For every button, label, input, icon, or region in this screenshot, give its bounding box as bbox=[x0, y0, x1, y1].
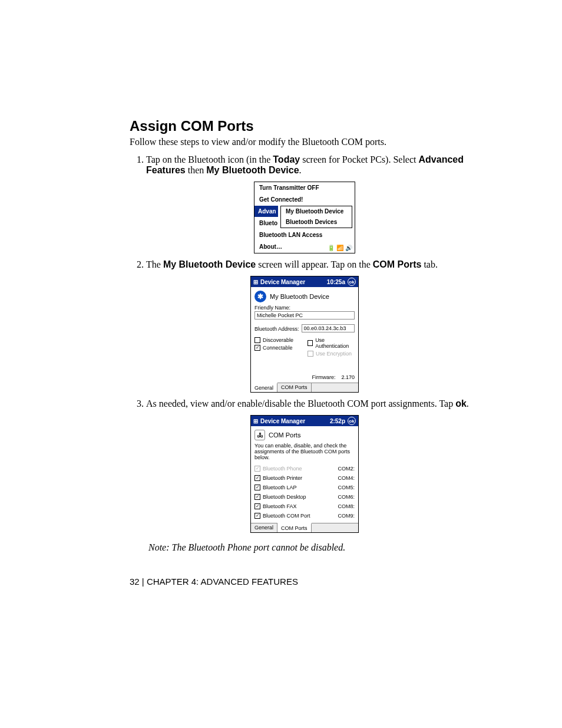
useenc-label: Use Encryption bbox=[316, 351, 352, 357]
titlebar: ⊞ Device Manager 10:25a ok bbox=[251, 276, 358, 287]
screen-title: COM Ports bbox=[269, 431, 300, 439]
titlebar: ⊞ Device Manager 2:52p ok bbox=[251, 416, 358, 426]
com-port-name: Bluetooth COM Port bbox=[263, 513, 310, 519]
com-port-name: Bluetooth Desktop bbox=[263, 494, 306, 500]
com-port-name: Bluetooth FAX bbox=[263, 503, 297, 509]
step1-post: . bbox=[299, 165, 302, 175]
discoverable-label: Discoverable bbox=[263, 337, 293, 343]
intro-text: Follow these steps to view and/or modify… bbox=[130, 137, 480, 147]
step3-pre: As needed, view and/or enable/disable th… bbox=[146, 398, 455, 409]
com-port-row: Bluetooth PrinterCOM4: bbox=[254, 473, 355, 483]
ok-button[interactable]: ok bbox=[348, 417, 356, 425]
com-port-checkbox[interactable] bbox=[254, 485, 260, 490]
step-3: As needed, view and/or enable/disable th… bbox=[146, 398, 480, 409]
com-port-checkbox[interactable] bbox=[254, 475, 260, 481]
bluetooth-icon: ✱ bbox=[254, 291, 266, 302]
com-port-number: COM6: bbox=[338, 494, 355, 500]
firmware-value: 2.170 bbox=[341, 374, 355, 380]
step3-post: . bbox=[467, 398, 469, 409]
step2-post: tab. bbox=[421, 259, 438, 269]
tab-general[interactable]: General bbox=[251, 383, 277, 392]
step1-b3: My Bluetooth Device bbox=[206, 165, 299, 175]
menu-bt-lan[interactable]: Bluetooth LAN Access bbox=[254, 229, 355, 241]
com-port-row: Bluetooth DesktopCOM6: bbox=[254, 492, 355, 502]
com-port-number: COM8: bbox=[338, 503, 355, 509]
submenu-my-bt-device[interactable]: My Bluetooth Device bbox=[281, 206, 352, 217]
com-port-row: Bluetooth FAXCOM8: bbox=[254, 502, 355, 511]
firmware-label: Firmware: bbox=[312, 374, 335, 380]
useauth-label: Use Authentication bbox=[315, 337, 355, 349]
window-title: Device Manager bbox=[260, 279, 327, 285]
step2-pre: The bbox=[146, 259, 163, 269]
clock: 2:52p bbox=[330, 418, 345, 424]
comports-desc: You can enable, disable, and check the a… bbox=[254, 443, 355, 460]
menu-advanced[interactable]: Advan bbox=[254, 206, 278, 218]
com-port-number: COM9: bbox=[338, 513, 355, 519]
submenu: My Bluetooth Device Bluetooth Devices bbox=[280, 206, 352, 228]
com-port-checkbox[interactable] bbox=[254, 503, 260, 509]
step2-b1: My Bluetooth Device bbox=[163, 259, 256, 269]
connectable-checkbox[interactable] bbox=[254, 345, 260, 351]
com-port-number: COM5: bbox=[338, 485, 355, 490]
com-port-number: COM4: bbox=[338, 475, 355, 481]
step-2: The My Bluetooth Device screen will appe… bbox=[146, 259, 480, 270]
step1-pre: Tap on the Bluetooth icon (in the bbox=[146, 154, 273, 164]
step1-mid2: then bbox=[186, 165, 207, 175]
com-port-name: Bluetooth LAP bbox=[263, 485, 297, 490]
note: Note: The Bluetooth Phone port cannot be… bbox=[148, 542, 480, 553]
step1-mid1: screen for Pocket PCs). Select bbox=[300, 154, 418, 164]
com-port-row: Bluetooth COM PortCOM9: bbox=[254, 511, 355, 521]
step2-b2: COM Ports bbox=[373, 259, 422, 269]
ok-button[interactable]: ok bbox=[348, 278, 356, 286]
tab-com-ports[interactable]: COM Ports bbox=[277, 383, 312, 392]
com-port-name: Bluetooth Phone bbox=[263, 466, 302, 472]
ppc-screen-1: ⊞ Device Manager 10:25a ok ✱ My Bluetoot… bbox=[250, 276, 359, 393]
com-port-number: COM2: bbox=[338, 466, 355, 472]
step-1: Tap on the Bluetooth icon (in the Today … bbox=[146, 154, 480, 176]
page-footer: 32 | CHAPTER 4: ADVANCED FEATURES bbox=[130, 577, 480, 587]
screen-title: My Bluetooth Device bbox=[270, 293, 329, 300]
com-port-checkbox[interactable] bbox=[254, 494, 260, 500]
step1-b1: Today bbox=[273, 154, 300, 164]
context-menu: Turn Transmitter OFF Get Connected! Adva… bbox=[254, 182, 355, 253]
bt-address-field bbox=[302, 324, 355, 332]
submenu-bt-devices[interactable]: Bluetooth Devices bbox=[281, 217, 352, 228]
tab-general[interactable]: General bbox=[251, 523, 277, 532]
discoverable-checkbox[interactable] bbox=[254, 337, 260, 343]
ppc-screen-2: ⊞ Device Manager 2:52p ok 🖧 COM Ports Yo… bbox=[250, 415, 359, 533]
tab-com-ports[interactable]: COM Ports bbox=[277, 523, 312, 532]
com-port-row: Bluetooth LAPCOM5: bbox=[254, 483, 355, 492]
windows-icon[interactable]: ⊞ bbox=[253, 279, 258, 285]
connectable-label: Connectable bbox=[263, 345, 293, 351]
step3-b1: ok bbox=[455, 398, 467, 409]
com-port-row: Bluetooth PhoneCOM2: bbox=[254, 464, 355, 473]
com-port-list: Bluetooth PhoneCOM2:Bluetooth PrinterCOM… bbox=[254, 464, 355, 521]
page-heading: Assign COM Ports bbox=[130, 118, 480, 134]
tray-icons: 🔋 📶 🔊 bbox=[328, 245, 352, 251]
menu-blueto-a: Blueto bbox=[259, 220, 277, 226]
clock: 10:25a bbox=[327, 279, 345, 285]
bt-address-label: Bluetooth Address: bbox=[254, 326, 299, 332]
com-port-checkbox[interactable] bbox=[254, 513, 260, 519]
friendly-name-field[interactable] bbox=[254, 311, 355, 319]
useauth-checkbox[interactable] bbox=[308, 340, 313, 346]
menu-get-connected[interactable]: Get Connected! bbox=[254, 194, 355, 206]
comports-icon: 🖧 bbox=[254, 430, 265, 440]
friendly-name-label: Friendly Name: bbox=[254, 305, 355, 311]
windows-icon[interactable]: ⊞ bbox=[253, 418, 258, 424]
com-port-name: Bluetooth Printer bbox=[263, 475, 302, 481]
useenc-checkbox bbox=[308, 351, 313, 357]
com-port-checkbox bbox=[254, 466, 260, 472]
window-title: Device Manager bbox=[260, 418, 330, 424]
step2-mid1: screen will appear. Tap on the bbox=[256, 259, 373, 269]
menu-turn-off[interactable]: Turn Transmitter OFF bbox=[254, 182, 355, 194]
